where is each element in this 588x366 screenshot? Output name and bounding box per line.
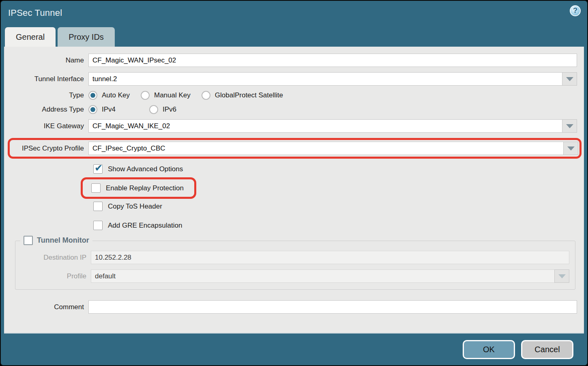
radio-selected-icon [88,105,97,114]
show-advanced-options-checkbox[interactable]: Show Advanced Options [93,164,584,174]
radio-manual-key[interactable]: Manual Key [141,91,191,100]
radio-globalprotect-satellite[interactable]: GlobalProtect Satellite [202,91,283,100]
profile-label: Profile [15,272,91,280]
destination-ip-input: 10.252.2.28 [91,251,569,264]
chevron-down-icon [567,146,575,151]
address-type-row: Address Type IPv4 IPv6 [11,105,577,114]
tunnel-interface-input[interactable]: tunnel.2 [88,72,562,86]
tunnel-interface-row: Tunnel Interface tunnel.2 [11,72,577,86]
tunnel-interface-label: Tunnel Interface [11,75,88,83]
cancel-button[interactable]: Cancel [521,340,573,359]
ike-gateway-row: IKE Gateway CF_Magic_WAN_IKE_02 [11,119,577,133]
profile-dropdown-button [554,269,569,283]
radio-selected-icon [88,91,97,100]
destination-ip-label: Destination IP [15,254,91,262]
tab-general[interactable]: General [5,27,56,47]
checkbox-unchecked-icon [93,202,103,211]
radio-unselected-icon [141,91,150,100]
checkbox-unchecked-icon [24,236,33,245]
dialog-title: IPSec Tunnel [8,8,62,18]
address-type-label: Address Type [11,105,88,114]
enable-replay-protection-highlight: Enable Replay Protection [81,177,196,199]
tunnel-monitor-section: Tunnel Monitor Destination IP 10.252.2.2… [15,241,575,290]
tunnel-interface-dropdown-button[interactable] [562,72,577,86]
ok-button[interactable]: OK [463,340,515,359]
general-tab-panel: Name CF_Magic_WAN_IPsec_02 Tunnel Interf… [4,47,584,334]
radio-unselected-icon [202,91,210,100]
chevron-down-icon [558,274,566,278]
ipsec-crypto-profile-input[interactable]: CF_IPsec_Crypto_CBC [88,142,563,155]
comment-row: Comment [11,300,577,314]
ipsec-crypto-profile-row: IPSec Crypto Profile CF_IPsec_Crypto_CBC [11,142,578,155]
radio-auto-key[interactable]: Auto Key [88,91,130,100]
chevron-down-icon [566,124,573,128]
destination-ip-row: Destination IP 10.252.2.28 [15,251,569,264]
ipsec-crypto-profile-highlight: IPSec Crypto Profile CF_IPsec_Crypto_CBC [8,138,582,159]
ike-gateway-label: IKE Gateway [11,122,88,130]
tunnel-monitor-checkbox[interactable]: Tunnel Monitor [20,236,92,245]
dialog-footer: OK Cancel [1,334,587,365]
name-row: Name CF_Magic_WAN_IPsec_02 [11,54,577,67]
type-row: Type Auto Key Manual Key GlobalProtect S… [11,91,577,100]
help-icon[interactable]: ? [570,5,581,16]
comment-input[interactable] [88,300,577,314]
enable-replay-protection-checkbox[interactable]: Enable Replay Protection [91,183,184,193]
checkbox-unchecked-icon [93,221,103,230]
profile-input: default [91,269,554,283]
radio-ipv6[interactable]: IPv6 [149,105,176,114]
name-label: Name [11,56,88,65]
tab-proxy-ids[interactable]: Proxy IDs [58,27,115,47]
ipsec-crypto-profile-dropdown-button[interactable] [563,142,578,155]
name-input[interactable]: CF_Magic_WAN_IPsec_02 [88,54,577,67]
radio-unselected-icon [149,105,158,114]
chevron-down-icon [566,77,573,81]
checkbox-checked-icon [93,164,103,174]
tab-bar: General Proxy IDs [1,25,587,47]
profile-row: Profile default [15,269,569,283]
ike-gateway-input[interactable]: CF_Magic_WAN_IKE_02 [88,119,562,133]
dialog-titlebar: IPSec Tunnel ? [1,1,587,25]
radio-ipv4[interactable]: IPv4 [88,105,116,114]
type-label: Type [11,91,88,99]
add-gre-encapsulation-checkbox[interactable]: Add GRE Encapsulation [93,221,584,230]
copy-tos-header-checkbox[interactable]: Copy ToS Header [93,202,584,211]
ike-gateway-dropdown-button[interactable] [562,119,577,133]
checkbox-unchecked-icon [91,183,101,193]
comment-label: Comment [11,303,88,311]
ipsec-tunnel-dialog: IPSec Tunnel ? General Proxy IDs Name CF… [0,0,588,366]
ipsec-crypto-profile-label: IPSec Crypto Profile [11,144,88,153]
